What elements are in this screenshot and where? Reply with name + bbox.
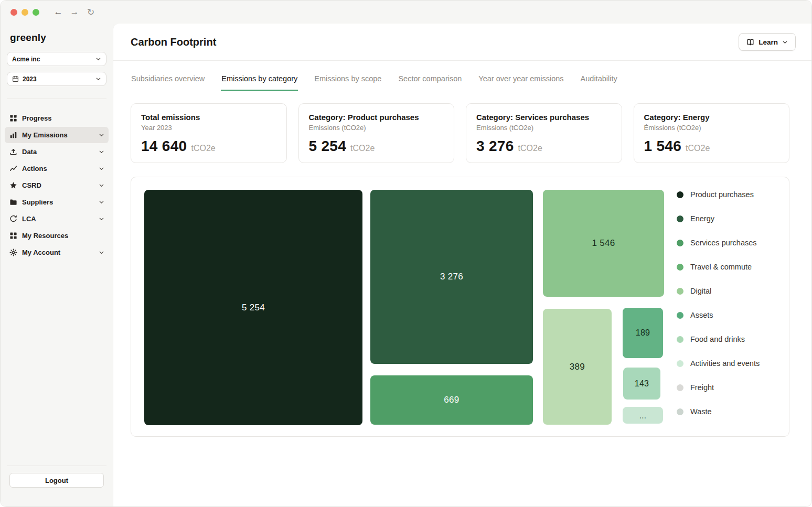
gear-icon [9,249,17,257]
treemap-card: 5 254 3 276 669 1 546 389 189 143 ... Pr… [131,177,789,437]
legend-label: Assets [690,311,713,319]
stat-cards-row: Total emissions Year 2023 14 640 tCO2e C… [113,103,811,163]
legend-item: Energy [677,213,760,224]
treemap-block[interactable]: 189 [623,308,663,358]
window-controls [10,9,39,16]
legend-label: Travel & commute [690,263,752,271]
tab-emissions-by-scope[interactable]: Emissions by scope [314,74,382,91]
legend-dot [677,288,683,295]
legend-item: Activities and events [677,358,760,369]
stat-card-unit: tCO2e [350,144,375,153]
legend-label: Energy [690,214,714,223]
logout-button[interactable]: Logout [9,473,104,488]
stat-card-value: 5 254 [309,138,347,155]
treemap-block[interactable]: 1 546 [543,190,664,297]
tab-subsidiaries-overview[interactable]: Subsidiaries overview [131,74,205,91]
sidebar-item-lca[interactable]: LCA [5,211,109,227]
learn-button[interactable]: Learn [739,33,796,51]
page-header: Carbon Footprint Learn [113,24,811,61]
legend-label: Freight [690,383,714,392]
sidebar-item-my-resources[interactable]: My Resources [5,228,109,244]
grid-icon [9,232,17,240]
stat-card-subtitle: Emissions (tCO2e) [309,124,444,132]
legend-dot [677,408,683,415]
sidebar: greenly Acme inc 2023 [1,24,113,507]
learn-button-label: Learn [758,38,778,46]
sidebar-item-label: My Emissions [22,131,68,139]
stat-card-title: Category: Energy [644,113,779,122]
sidebar-item-label: My Account [22,249,60,256]
legend-label: Digital [690,287,711,295]
legend-dot [677,384,683,391]
chevron-down-icon [782,39,788,45]
treemap-block[interactable]: 389 [543,309,612,425]
legend-dot [677,336,683,343]
year-selector-value: 2023 [23,75,95,83]
stat-card-unit: tCO2e [518,144,542,153]
treemap-block-overflow[interactable]: ... [623,407,663,424]
legend-label: Food and drinks [690,335,745,343]
stat-card-subtitle: Emissions (tCO2e) [476,124,612,132]
treemap-block[interactable]: 5 254 [144,190,362,425]
treemap-legend: Product purchases Energy Services purcha… [677,189,760,417]
chevron-down-icon [95,56,101,62]
stat-card-total-emissions: Total emissions Year 2023 14 640 tCO2e [131,103,287,163]
close-window-button[interactable] [10,9,17,16]
sidebar-item-label: My Resources [22,232,68,240]
sidebar-item-label: Data [22,148,37,156]
sidebar-item-my-account[interactable]: My Account [5,244,109,261]
stat-card-services-purchases: Category: Services purchases Emissions (… [466,103,622,163]
tab-sector-comparison[interactable]: Sector comparison [398,74,462,91]
tab-auditability[interactable]: Auditability [580,74,618,91]
tab-year-over-year-emissions[interactable]: Year over year emissions [478,74,564,91]
sidebar-item-actions[interactable]: Actions [5,160,109,177]
back-arrow-icon[interactable]: ← [54,7,63,18]
window-titlebar: ← → ↻ [1,1,811,24]
treemap-block[interactable]: 143 [623,368,660,400]
sidebar-item-csrd[interactable]: CSRD [5,177,109,193]
recycle-icon [9,215,17,223]
sidebar-item-data[interactable]: Data [5,144,109,160]
tab-emissions-by-category[interactable]: Emissions by category [221,74,298,91]
stat-card-value: 14 640 [141,138,187,155]
chevron-down-icon [99,199,104,205]
sidebar-item-label: Actions [22,165,47,172]
grid-icon [9,114,17,123]
chevron-down-icon [95,76,101,82]
zoom-window-button[interactable] [33,9,39,16]
book-icon [746,38,754,46]
star-icon [9,181,17,190]
sidebar-bottom: Logout [1,459,113,507]
stat-card-subtitle: Émissions (tCO2e) [644,124,779,132]
sidebar-item-progress[interactable]: Progress [5,110,109,126]
stat-card-product-purchases: Category: Product purchases Emissions (t… [298,103,455,163]
bar-chart-icon [9,131,17,139]
treemap-block[interactable]: 669 [370,375,533,425]
stat-card-energy: Category: Energy Émissions (tCO2e) 1 546… [634,103,790,163]
legend-item: Food and drinks [677,333,760,345]
sidebar-item-label: Suppliers [22,198,53,206]
sidebar-item-label: CSRD [22,181,41,189]
stat-card-unit: tCO2e [191,144,215,153]
reload-icon[interactable]: ↻ [86,7,95,18]
legend-label: Services purchases [690,239,757,247]
stat-card-unit: tCO2e [686,144,710,153]
sidebar-item-my-emissions[interactable]: My Emissions [5,127,109,143]
chevron-down-icon [99,250,104,255]
company-selector[interactable]: Acme inc [7,52,106,66]
app-window: ← → ↻ greenly Acme inc 2023 [0,0,812,507]
minimize-window-button[interactable] [22,9,28,16]
year-selector[interactable]: 2023 [7,72,106,86]
legend-label: Waste [690,407,712,416]
legend-dot [677,360,683,367]
sidebar-item-label: Progress [22,114,51,122]
forward-arrow-icon[interactable]: → [70,7,79,18]
sidebar-nav: Progress My Emissions Data [1,106,113,261]
sidebar-item-suppliers[interactable]: Suppliers [5,194,109,210]
stat-card-subtitle: Year 2023 [141,124,276,132]
treemap-block[interactable]: 3 276 [370,190,533,364]
folder-icon [9,198,17,207]
legend-item: Services purchases [677,237,760,249]
legend-dot [677,312,683,319]
sidebar-divider [7,466,106,466]
